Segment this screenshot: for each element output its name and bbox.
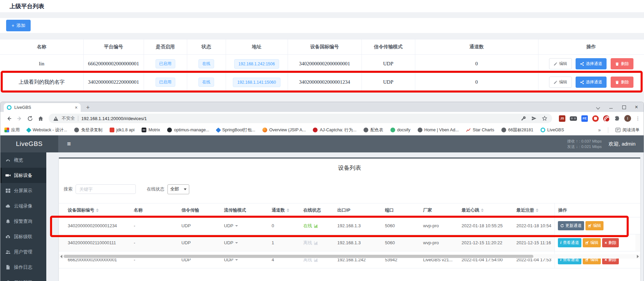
reading-list-button[interactable]: 阅读清单 (615, 127, 640, 133)
add-button[interactable]: 添加 (6, 20, 31, 31)
bookmark[interactable]: AJ-Captcha: 行为... (313, 127, 356, 133)
sidebar-item-cascade[interactable]: 国标级联 (0, 229, 46, 244)
tab-close-icon[interactable] (75, 105, 78, 110)
stream-mode-dropdown[interactable]: UDP (224, 240, 272, 245)
sidebar-item-cloud-recording[interactable]: 云端录像 (0, 198, 46, 214)
browser-tab[interactable]: LiveGBS (4, 103, 81, 112)
puzzle-icon[interactable] (614, 116, 620, 121)
bookmark[interactable]: Motrix (142, 128, 160, 132)
js-extension-icon[interactable]: JS (559, 115, 565, 122)
blocker-extension-icon[interactable] (592, 115, 599, 122)
stream-mode-dropdown[interactable]: UDP (224, 223, 272, 228)
col-stream-mode: 流传输模式 (224, 207, 272, 213)
home-icon[interactable] (38, 116, 44, 121)
col-channels[interactable]: 通道数 (272, 207, 303, 213)
not-secure-icon (53, 116, 59, 121)
online-status-link[interactable]: 在线 (303, 223, 337, 229)
star-icon[interactable] (542, 116, 547, 121)
bookmark[interactable]: optimus-manage... (167, 128, 209, 132)
bookmark[interactable]: Home | Vben Ad... (418, 128, 459, 132)
hamburger-icon[interactable] (67, 140, 71, 148)
bookmark[interactable]: LiveGBS (541, 128, 564, 132)
springboot-icon (215, 127, 221, 133)
sidebar-item-devices[interactable]: 国标设备 (0, 168, 46, 183)
edit-button[interactable]: 编辑 (549, 77, 572, 88)
send-icon[interactable] (531, 116, 537, 121)
edit-button[interactable]: 编辑 (583, 238, 601, 247)
sidebar-item-alarm-query[interactable]: 报警查询 (0, 214, 46, 229)
key-icon[interactable] (521, 116, 526, 121)
file-icon (5, 265, 11, 270)
adblock-extension-icon[interactable] (603, 115, 610, 122)
bookmark[interactable]: 免登录复制 (74, 127, 102, 133)
new-tab-button[interactable] (86, 103, 90, 112)
sort-icon[interactable] (481, 209, 484, 212)
status-badge: 在线 (198, 78, 214, 87)
online-filter-select[interactable]: 全部 (167, 184, 189, 194)
select-channel-button[interactable]: 选择通道 (576, 77, 607, 88)
back-icon[interactable] (6, 116, 12, 121)
bookmark[interactable]: jdk1.8 api (110, 128, 135, 132)
edit-button[interactable]: 编辑 (585, 221, 603, 230)
col-transport: 信令传输模式 (361, 39, 415, 55)
bookmark[interactable]: Webstack - 设计... (27, 127, 67, 133)
bookmark[interactable]: Star Charts (466, 128, 494, 132)
sidebar-item-split-screen[interactable]: 分屏展示 (0, 183, 46, 198)
scroll-right-icon[interactable] (637, 255, 639, 258)
gauge-icon (5, 158, 11, 163)
maximize-icon[interactable] (622, 105, 626, 109)
chevron-down-icon (184, 188, 187, 190)
sidebar-item-user-management[interactable]: 用户管理 (0, 244, 46, 260)
select-channel-button[interactable]: 选择通道 (576, 58, 607, 69)
bookmark[interactable]: Overview (JSIP A... (262, 128, 306, 132)
bookmark-apps[interactable]: 应用 (4, 127, 20, 133)
cell-name: 上级看到的我的名字 (0, 73, 83, 92)
scroll-left-icon[interactable] (60, 255, 62, 258)
delete-button[interactable]: 删除 (611, 77, 633, 88)
sort-icon[interactable] (96, 209, 99, 212)
search-input[interactable] (76, 184, 136, 194)
bookmark[interactable]: 66国标28181 (501, 127, 533, 133)
sidebar-item-operation-log[interactable]: 操作日志 (0, 260, 46, 275)
share-icon (580, 80, 584, 84)
minimize-icon[interactable] (609, 105, 613, 109)
sort-icon[interactable] (287, 209, 289, 212)
sort-icon[interactable] (536, 209, 538, 212)
window-menu-icon[interactable] (596, 105, 600, 109)
enabled-badge: 已启用 (156, 78, 175, 87)
browser-menu-icon[interactable] (635, 116, 640, 121)
bar-chart-icon (314, 241, 318, 245)
close-icon[interactable] (635, 105, 639, 109)
webstack-icon (26, 127, 32, 133)
cell-device-gb-id: 34020000002000000001 (288, 55, 361, 73)
incognito-extension-icon[interactable] (570, 116, 577, 121)
reload-icon[interactable] (27, 116, 33, 121)
cell-platform-id: 34020000002220000001 (83, 73, 144, 92)
sidebar-item-overview[interactable]: 概览 (0, 152, 46, 168)
edit-button[interactable]: 编辑 (549, 58, 572, 69)
sidebar-item-basic-config[interactable]: 基础配置 (0, 275, 46, 281)
fe-extension-icon[interactable]: FE (581, 115, 588, 122)
bookmark[interactable]: 配色表 (364, 127, 383, 133)
url-bar[interactable]: 不安全 192.168.1.141:20000/#/devices/1 (49, 114, 552, 123)
table-row: lin 66620000002000000001 已启用 在线 192.168.… (0, 55, 644, 73)
bookmarks-overflow-icon[interactable] (598, 127, 601, 133)
col-device-gb-id[interactable]: 设备国标编号 (59, 207, 134, 213)
view-channels-button[interactable]: 查看通道 (558, 238, 581, 247)
bookmark[interactable]: docsify (390, 128, 410, 132)
online-status-link[interactable]: 离线 (303, 240, 337, 246)
update-channels-button[interactable]: 更新通道 (558, 221, 584, 230)
col-registered[interactable]: 最近注册 (516, 207, 557, 213)
profile-avatar[interactable]: I (624, 115, 631, 122)
col-platform-id: 平台编号 (83, 39, 144, 55)
scrollbar-thumb[interactable] (64, 255, 533, 258)
horizontal-scrollbar[interactable] (59, 254, 640, 259)
col-heartbeat[interactable]: 最近心跳 (462, 207, 516, 213)
delete-button[interactable]: 删除 (602, 238, 619, 247)
forward-icon[interactable] (17, 116, 22, 121)
users-icon (5, 249, 11, 254)
cell-gb-id: 34020000002110000111 (59, 240, 134, 245)
delete-button[interactable]: 删除 (611, 58, 633, 69)
bookmark[interactable]: SpringBoot打包... (216, 127, 255, 133)
cloud-icon (5, 203, 11, 209)
